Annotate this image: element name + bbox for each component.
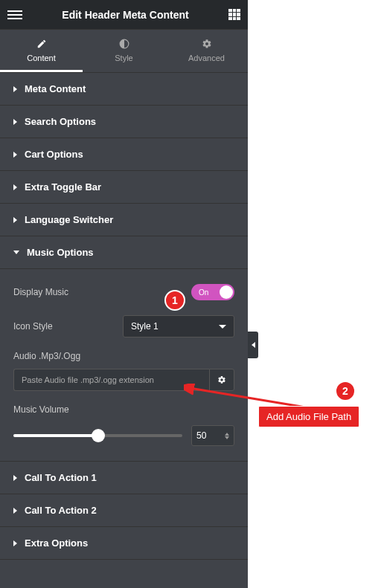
tab-label: Content <box>27 54 56 62</box>
toggle-state-label: On <box>199 288 208 297</box>
gear-icon <box>202 39 212 49</box>
section-music-options[interactable]: Music Options <box>0 236 248 269</box>
chevron-right-icon <box>13 217 17 223</box>
volume-slider[interactable] <box>13 434 182 437</box>
tab-bar: Content Style Advanced <box>0 30 248 73</box>
tab-label: Style <box>115 54 132 62</box>
hamburger-menu-icon[interactable] <box>7 7 22 22</box>
sections-scroll[interactable]: Meta Content Search Options Cart Options… <box>0 73 248 588</box>
tab-advanced[interactable]: Advanced <box>165 30 248 72</box>
chevron-down-icon <box>13 251 19 254</box>
display-music-toggle[interactable]: On <box>191 284 234 300</box>
select-value: Style 1 <box>131 321 159 332</box>
tab-label: Advanced <box>188 54 225 62</box>
toggle-knob <box>220 285 233 299</box>
panel-header: Edit Header Meta Content <box>0 0 248 30</box>
annotation-badge-1: 1 <box>164 290 185 311</box>
section-cta-2[interactable]: Call To Action 2 <box>0 494 248 527</box>
stepper-down-icon[interactable] <box>225 436 229 439</box>
annotation-badge-2: 2 <box>335 381 356 401</box>
editor-panel: Edit Header Meta Content Content Style A… <box>0 0 248 588</box>
audio-path-input[interactable] <box>13 369 209 391</box>
gear-icon <box>217 375 226 384</box>
section-cta-1[interactable]: Call To Action 1 <box>0 462 248 494</box>
chevron-right-icon <box>13 119 17 125</box>
section-title: Extra Options <box>25 537 88 549</box>
section-title: Language Switcher <box>25 214 113 225</box>
widgets-grid-icon[interactable] <box>228 9 240 21</box>
section-title: Extra Toggle Bar <box>25 181 101 193</box>
section-language-switcher[interactable]: Language Switcher <box>0 204 248 236</box>
volume-value: 50 <box>196 430 206 441</box>
panel-collapse-button[interactable] <box>248 332 258 358</box>
section-title: Meta Content <box>25 83 86 94</box>
chevron-right-icon <box>13 475 17 481</box>
contrast-icon <box>119 39 129 49</box>
display-music-label: Display Music <box>13 287 68 297</box>
tab-content[interactable]: Content <box>0 30 83 72</box>
annotation-label: Add Audio File Path <box>258 406 359 427</box>
section-title: Cart Options <box>25 149 83 160</box>
icon-style-select[interactable]: Style 1 <box>123 315 234 337</box>
panel-title: Edit Header Meta Content <box>62 9 188 21</box>
pencil-icon <box>36 39 47 49</box>
icon-style-label: Icon Style <box>13 321 53 332</box>
chevron-down-icon <box>219 325 226 329</box>
music-options-body: Display Music On Icon Style Style 1 Audi… <box>0 284 248 462</box>
volume-number-input[interactable]: 50 <box>191 425 234 446</box>
section-extra-options[interactable]: Extra Options <box>0 527 248 560</box>
slider-thumb[interactable] <box>92 429 105 442</box>
chevron-right-icon <box>13 508 17 514</box>
audio-settings-button[interactable] <box>209 369 234 391</box>
section-title: Music Options <box>27 247 94 258</box>
section-extra-toggle-bar[interactable]: Extra Toggle Bar <box>0 171 248 204</box>
chevron-left-icon <box>252 342 255 348</box>
tab-style[interactable]: Style <box>83 30 165 72</box>
audio-label: Audio .Mp3/.Ogg <box>13 351 234 361</box>
chevron-right-icon <box>13 152 17 158</box>
section-cart-options[interactable]: Cart Options <box>0 138 248 171</box>
section-meta-content[interactable]: Meta Content <box>0 73 248 106</box>
stepper-up-icon[interactable] <box>225 433 229 436</box>
chevron-right-icon <box>13 184 17 190</box>
section-title: Call To Action 1 <box>25 472 97 483</box>
section-title: Call To Action 2 <box>25 505 97 516</box>
slider-fill <box>13 434 98 437</box>
chevron-right-icon <box>13 540 17 546</box>
chevron-right-icon <box>13 86 17 92</box>
section-title: Search Options <box>25 116 96 127</box>
section-search-options[interactable]: Search Options <box>0 106 248 138</box>
music-volume-label: Music Volume <box>13 404 234 415</box>
